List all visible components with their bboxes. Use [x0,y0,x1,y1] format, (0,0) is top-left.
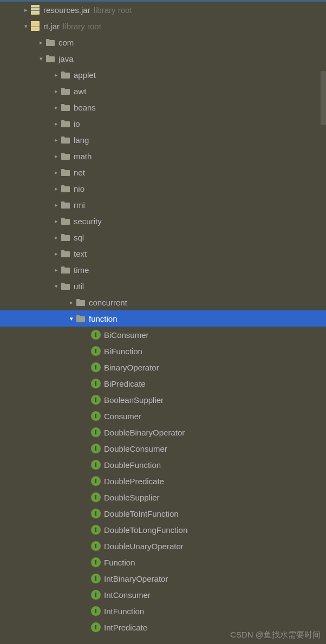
folder-icon [45,54,55,63]
tree-row-bifunction[interactable]: IBiFunction [0,343,326,359]
tree-row-lang[interactable]: lang [0,132,326,148]
tree-node-label: DoubleBinaryOperator [104,428,185,437]
tree-row-consumer[interactable]: IConsumer [0,408,326,424]
tree-row-function[interactable]: IFunction [0,554,326,570]
tree-node-label: IntConsumer [104,590,151,600]
tree-row-com[interactable]: com [0,34,326,50]
expand-chevron-icon[interactable] [52,153,61,160]
expand-chevron-icon[interactable] [52,88,61,95]
tree-row-resources-jar[interactable]: resources.jarlibrary root [0,2,326,18]
interface-icon: I [91,492,101,502]
tree-node-label: com [58,38,74,47]
tree-row-rt-jar[interactable]: rt.jarlibrary root [0,18,326,34]
tree-node-label: nio [74,184,84,193]
expand-chevron-icon[interactable] [37,55,45,62]
expand-chevron-icon[interactable] [52,104,61,111]
tree-node-label: lang [74,135,89,145]
interface-icon: I [91,460,101,470]
tree-row-util[interactable]: util [0,278,326,294]
tree-row-applet[interactable]: applet [0,67,326,83]
folder-icon [61,86,70,96]
library-root-suffix: library root [63,22,101,31]
tree-row-io[interactable]: io [0,115,326,132]
tree-node-label: beans [74,103,96,112]
expand-chevron-icon[interactable] [52,234,61,241]
tree-row-awt[interactable]: awt [0,83,326,99]
tree-node-label: BinaryOperator [104,363,159,372]
expand-chevron-icon[interactable] [37,39,45,46]
tree-row-bipredicate[interactable]: IBiPredicate [0,375,326,392]
tree-row-function[interactable]: function [0,310,326,327]
expand-chevron-icon[interactable] [52,169,61,176]
interface-icon: I [91,541,101,551]
interface-icon: I [91,622,101,632]
tree-row-concurrent[interactable]: concurrent [0,294,326,310]
tree-row-doublepredicate[interactable]: IDoublePredicate [0,473,326,489]
tree-row-intbinaryoperator[interactable]: IIntBinaryOperator [0,570,326,587]
expand-chevron-icon[interactable] [52,218,61,225]
tree-row-security[interactable]: security [0,213,326,229]
folder-icon [61,135,70,145]
tree-row-doublefunction[interactable]: IDoubleFunction [0,457,326,473]
expand-chevron-icon[interactable] [52,266,61,274]
folder-icon [45,37,55,47]
tree-row-intconsumer[interactable]: IIntConsumer [0,587,326,603]
tree-row-net[interactable]: net [0,164,326,180]
tree-row-doubletolongfunction[interactable]: IDoubleToLongFunction [0,522,326,538]
tree-row-rmi[interactable]: rmi [0,197,326,213]
tree-row-intpredicate[interactable]: IIntPredicate [0,619,326,635]
scrollbar-track[interactable] [321,2,326,644]
tree-row-beans[interactable]: beans [0,99,326,115]
tree-row-binaryoperator[interactable]: IBinaryOperator [0,359,326,375]
tree-row-intfunction[interactable]: IIntFunction [0,603,326,619]
tree-node-label: BiFunction [104,347,142,356]
tree-node-label: resources.jar [43,5,90,15]
folder-icon [61,184,70,193]
folder-icon [61,151,70,161]
expand-chevron-icon[interactable] [52,71,61,79]
tree-row-java[interactable]: java [0,50,326,67]
expand-chevron-icon[interactable] [52,283,61,290]
folder-icon [76,314,86,323]
tree-row-biconsumer[interactable]: IBiConsumer [0,327,326,343]
expand-chevron-icon[interactable] [52,120,61,127]
tree-row-doubleconsumer[interactable]: IDoubleConsumer [0,440,326,457]
expand-chevron-icon[interactable] [22,23,30,30]
interface-icon: I [91,362,101,372]
expand-chevron-icon[interactable] [52,185,61,192]
tree-node-label: time [74,265,89,275]
tree-node-label: BiConsumer [104,330,149,340]
interface-icon: I [91,557,101,567]
tree-row-nio[interactable]: nio [0,180,326,197]
tree-node-label: rmi [74,200,85,210]
expand-chevron-icon[interactable] [22,6,30,14]
tree-row-sql[interactable]: sql [0,229,326,245]
tree-row-doublesupplier[interactable]: IDoubleSupplier [0,489,326,505]
tree-node-label: DoubleSupplier [104,493,160,502]
tree-node-label: net [74,168,85,177]
tree-node-label: IntPredicate [104,623,147,632]
expand-chevron-icon[interactable] [52,201,61,209]
expand-chevron-icon[interactable] [67,315,76,322]
folder-icon [61,167,70,177]
tree-node-label: java [58,54,74,63]
tree-row-time[interactable]: time [0,262,326,278]
tree-row-booleansupplier[interactable]: IBooleanSupplier [0,392,326,408]
tree-container: resources.jarlibrary rootrt.jarlibrary r… [0,2,326,635]
tree-row-doublebinaryoperator[interactable]: IDoubleBinaryOperator [0,424,326,440]
expand-chevron-icon[interactable] [52,250,61,257]
folder-icon [61,281,70,291]
tree-row-doubletointfunction[interactable]: IDoubleToIntFunction [0,505,326,522]
expand-chevron-icon[interactable] [67,299,76,306]
tree-row-doubleunaryoperator[interactable]: IDoubleUnaryOperator [0,538,326,554]
expand-chevron-icon[interactable] [52,136,61,144]
tree-node-label: rt.jar [43,22,60,31]
tree-node-label: security [74,217,102,226]
folder-icon [61,70,70,80]
tree-node-label: io [74,119,80,128]
tree-row-math[interactable]: math [0,148,326,164]
tree-node-label: function [89,314,118,323]
scrollbar-thumb[interactable] [321,71,326,125]
tree-node-label: IntBinaryOperator [104,574,168,583]
tree-row-text[interactable]: text [0,245,326,262]
